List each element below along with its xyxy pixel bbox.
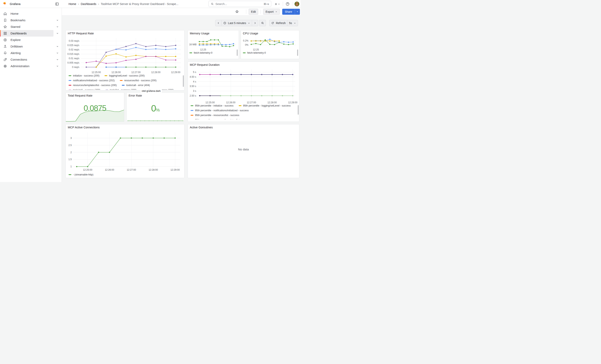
sidebar-toggle-icon[interactable] (55, 2, 60, 6)
chevron-down-icon[interactable] (56, 32, 59, 35)
breadcrumb-dashboards[interactable]: Dashboards (81, 2, 96, 6)
time-range-picker[interactable]: Last 5 minutes (221, 20, 252, 26)
refresh-button[interactable]: Refresh (269, 20, 287, 26)
mcp-active-connections-chart[interactable]: 12:25:0012:26:0012:27:0012:28:0012:29:00… (67, 130, 183, 172)
panel-title[interactable]: Active Goroutines (190, 126, 213, 129)
sidebar-item-connections[interactable]: Connections (0, 56, 62, 63)
legend-item[interactable]: notifications/initialized - success (202… (69, 79, 115, 82)
svg-text:3: 3 (70, 137, 72, 139)
panel-title[interactable]: HTTP Request Rate (68, 32, 94, 35)
breadcrumb-home[interactable]: Home (69, 2, 76, 6)
new-button[interactable] (274, 2, 281, 7)
stat-unit: % (156, 108, 160, 112)
legend-item[interactable]: 95th percentile - resources/list - succe… (190, 114, 239, 117)
legend-scrollbar[interactable] (183, 75, 184, 87)
svg-text:2.50 s: 2.50 s (190, 94, 196, 97)
legend-scrollbar[interactable] (298, 105, 299, 115)
sidebar-item-drilldown[interactable]: Drilldown (0, 43, 62, 50)
http-request-rate-chart[interactable]: 12:25:0012:26:0012:27:0012:28:0012:29:00… (67, 36, 183, 75)
avatar[interactable] (295, 2, 299, 6)
panel-title[interactable]: MCP Active Connections (68, 126, 100, 129)
panel-title[interactable]: Total Request Rate (68, 94, 92, 97)
refresh-interval-picker[interactable]: 5s (287, 20, 298, 26)
panel-title[interactable]: Error Rate (129, 94, 142, 97)
refresh-interval-label: 5s (289, 21, 292, 25)
memory-usage-chart[interactable]: 12:2516 MiB (189, 36, 238, 51)
home-icon (3, 12, 7, 16)
chevron-down-icon[interactable] (56, 25, 59, 28)
legend-item[interactable]: resources/list - success (200) (120, 79, 157, 82)
legend-item[interactable]: tools/call - success (200) (69, 89, 100, 90)
legend-label: tools/call - error (404) (126, 84, 150, 87)
legend-item[interactable]: 95th percentile - notifications/initiali… (190, 109, 249, 112)
legend-item[interactable]: tools/list - success (200) (106, 89, 137, 90)
mcp-request-duration-chart[interactable]: 12:25:0012:26:0012:27:0012:28:0012:29:00… (190, 68, 298, 105)
clock-icon (223, 21, 226, 25)
legend-swatch (122, 85, 125, 86)
svg-text:0.01 req/s: 0.01 req/s (69, 57, 79, 60)
export-button[interactable]: Export (263, 9, 280, 15)
chart-legend: - (streamable-http) (69, 173, 180, 177)
time-shift-forward-button[interactable] (252, 20, 258, 26)
svg-text:4 s: 4 s (193, 80, 196, 83)
bookmark-icon (3, 18, 7, 22)
share-button[interactable]: Share (282, 9, 295, 15)
legend-item[interactable]: tools/call - error (404) (122, 84, 150, 87)
svg-text:12:28:00: 12:28:00 (151, 71, 160, 74)
legend-item[interactable]: resources/templates/list - success (200) (69, 84, 117, 87)
star-icon (3, 25, 7, 29)
svg-text:12:27:00: 12:27:00 (247, 101, 256, 104)
legend-label: 95th percentile - notifications/initiali… (195, 109, 249, 112)
zoom-out-button[interactable] (259, 20, 266, 26)
search-input[interactable]: Search... ⌘+k (209, 1, 271, 7)
favorite-star-icon[interactable] (234, 10, 240, 14)
edit-button[interactable]: Edit (249, 9, 258, 15)
grafana-logo-icon (3, 1, 8, 7)
svg-text:1: 1 (70, 165, 72, 168)
legend-item[interactable]: 95th percentile - logging/setLevel - suc… (239, 104, 291, 107)
legend-swatch (105, 75, 107, 76)
sidebar-item-administration[interactable]: Administration (0, 63, 62, 69)
legend-scrollbar[interactable] (297, 49, 298, 56)
sidebar-item-explore[interactable]: Explore (0, 37, 62, 43)
sidebar-item-label: Alerting (10, 51, 56, 55)
legend-scrollbar[interactable] (237, 49, 238, 56)
no-data-message: No data (188, 148, 299, 151)
refresh-icon (271, 21, 274, 25)
legend-item[interactable]: - (streamable-http) (69, 173, 93, 176)
chevron-down-icon[interactable] (56, 19, 59, 22)
zoom-out-icon (261, 21, 264, 25)
sidebar-item-home[interactable]: Home (0, 10, 62, 17)
sidebar-item-label: Home (10, 12, 62, 15)
sidebar-item-dashboards[interactable]: Dashboards (0, 30, 53, 37)
chevron-down-icon[interactable] (56, 52, 59, 54)
divider (283, 2, 283, 6)
panel-title[interactable]: Memory Usage (190, 32, 210, 35)
legend-item[interactable]: 95th percentile - resources/templates/li… (190, 119, 251, 119)
sidebar-item-starred[interactable]: Starred (0, 23, 62, 30)
chevron-right-icon (254, 22, 256, 24)
chevron-down-icon[interactable] (56, 65, 59, 68)
share-dropdown-button[interactable] (295, 9, 300, 15)
sidebar: HomeBookmarksStarredDashboardsExploreDri… (0, 8, 62, 182)
sidebar-item-bookmarks[interactable]: Bookmarks (0, 17, 62, 23)
legend-item[interactable]: fetch-telemetry-0 (190, 51, 212, 54)
legend-swatch (69, 85, 71, 86)
panel-title[interactable]: CPU Usage (243, 32, 258, 35)
time-shift-back-button[interactable] (215, 20, 222, 26)
panel-title[interactable]: MCP Request Duration (190, 63, 220, 66)
panel-mcp-active-connections: MCP Active Connections 12:25:0012:26:001… (66, 124, 184, 178)
legend-item[interactable]: initialize - success (200) (69, 74, 99, 77)
legend-item[interactable]: fetch-telemetry-0 (243, 51, 266, 54)
chevron-down-icon (293, 22, 296, 24)
chevron-down-icon[interactable] (56, 45, 59, 48)
cpu-usage-chart[interactable]: 12:250.2%0% (242, 36, 298, 51)
legend-item[interactable]: 95th percentile - initialize - success (190, 104, 233, 107)
svg-text:0%: 0% (245, 43, 249, 46)
sidebar-item-alerting[interactable]: Alerting (0, 50, 62, 56)
svg-text:3.50 s: 3.50 s (190, 85, 196, 88)
legend-item[interactable]: logging/setLevel - success (200) (105, 74, 144, 77)
chevron-down-icon[interactable] (56, 58, 59, 61)
divider (292, 2, 292, 6)
help-button[interactable] (285, 1, 290, 7)
